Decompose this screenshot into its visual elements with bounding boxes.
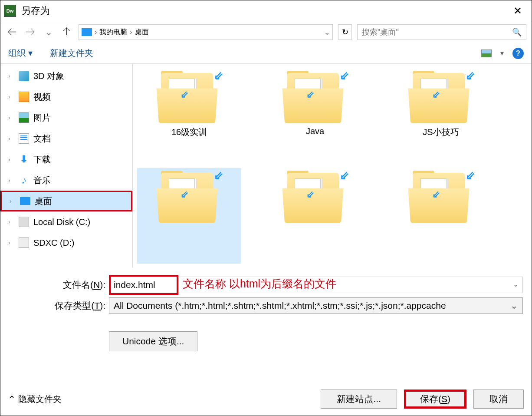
annotation-text: 文件名称 以html为后缀名的文件 [183,277,336,291]
folder-icon: ⇙⇙ [282,71,348,123]
chevron-right-icon: › [8,218,14,225]
chevron-right-icon: › [8,73,14,79]
file-label: 16级实训 [171,126,207,138]
sidebar-item[interactable]: ›视频 [0,86,132,107]
chevron-down-icon: ⌄ [510,300,518,311]
organize-button[interactable]: 组织 ▾ [8,47,33,59]
folder-icon: ⇙⇙ [282,171,348,223]
search-icon[interactable]: 🔍 [512,27,522,37]
sidebar-item[interactable]: ›♪音乐 [0,170,132,191]
close-button[interactable]: ✕ [507,2,528,20]
sidebar-item-label: SDXC (D:) [33,238,74,248]
refresh-button[interactable]: ↻ [338,24,352,40]
file-item[interactable]: ⇙⇙Java [263,68,367,164]
sidebar-item-label: 3D 对象 [33,70,64,82]
file-item[interactable]: ⇙⇙JS小技巧 [389,68,493,164]
icon-video [19,92,29,102]
new-site-button[interactable]: 新建站点... [321,390,397,409]
view-mode-button[interactable] [481,50,492,57]
sidebar-item-label: 音乐 [33,175,51,186]
save-button[interactable]: 保存(S) [404,390,466,409]
help-button[interactable]: ? [512,48,524,59]
search-input[interactable] [362,28,512,37]
sidebar[interactable]: ›3D 对象›视频›图片›文档›⬇下载›♪音乐›桌面›Local Disk (C… [0,64,133,268]
forward-button: 🡢 [24,26,37,39]
file-item[interactable]: ⇙⇙ [137,168,241,264]
folder-icon: ⇙⇙ [157,171,222,223]
cancel-button[interactable]: 取消 [473,390,524,409]
sidebar-item[interactable]: ›文档 [0,128,132,149]
icon-music: ♪ [19,175,29,185]
desktop-icon [82,28,92,36]
filetype-dropdown[interactable]: All Documents (*.htm;*.html;*.shtm;*.sht… [109,297,523,314]
view-dropdown[interactable]: ▾ [500,49,504,57]
icon-download: ⬇ [19,154,29,165]
file-label: Java [306,126,324,136]
chevron-right-icon: › [95,28,97,36]
folder-icon: ⇙⇙ [408,71,473,123]
sidebar-item-label: 文档 [33,133,51,145]
chevron-right-icon: › [8,93,14,100]
folder-icon: ⇙⇙ [157,71,222,123]
dialog-title: 另存为 [21,4,507,17]
save-as-dialog: Dw 另存为 ✕ 🡠 🡢 ⌄ 🡡 › 我的电脑 › 桌面 ⌄ ↻ 🔍 组织 ▾ … [0,0,532,416]
sidebar-item-label: 视频 [33,91,51,103]
sidebar-item-label: Local Disk (C:) [33,217,90,227]
chevron-right-icon: › [10,198,16,205]
sidebar-item[interactable]: ›3D 对象 [0,66,132,86]
new-folder-button[interactable]: 新建文件夹 [50,47,93,59]
file-item[interactable]: ⇙⇙ [389,168,493,264]
sidebar-item[interactable]: ›SDXC (D:) [0,232,132,253]
titlebar: Dw 另存为 ✕ [0,0,532,21]
breadcrumb-current[interactable]: 桌面 [135,28,149,37]
file-item[interactable]: ⇙⇙ [263,168,367,264]
hide-folders-toggle[interactable]: ⌃ 隐藏文件夹 [8,393,62,405]
sidebar-item[interactable]: ›图片 [0,107,132,128]
folder-icon: ⇙⇙ [408,171,473,223]
file-item[interactable]: ⇙⇙16级实训 [137,68,241,164]
icon-disk [19,217,29,227]
icon-picture [19,112,29,123]
filetype-label: 保存类型(T): [0,300,109,312]
navbar: 🡠 🡢 ⌄ 🡡 › 我的电脑 › 桌面 ⌄ ↻ 🔍 [0,21,532,43]
sidebar-item[interactable]: ›桌面 [0,191,132,211]
sidebar-item-label: 桌面 [35,195,52,207]
icon-doc [19,133,29,144]
breadcrumb[interactable]: › 我的电脑 › 桌面 ⌄ [79,24,333,40]
icon-3d [19,71,29,81]
app-icon: Dw [4,5,16,17]
back-button[interactable]: 🡠 [6,26,19,39]
icon-desktop [20,197,30,205]
form-area: 文件名(N): 文件名称 以html为后缀名的文件 ⌄ 保存类型(T): All… [0,268,532,351]
filename-label: 文件名(N): [0,279,109,291]
unicode-options-button[interactable]: Unicode 选项... [109,331,197,351]
sidebar-item[interactable]: ›Local Disk (C:) [0,211,132,232]
chevron-right-icon: › [8,156,14,163]
chevron-right-icon: › [8,135,14,142]
chevron-right-icon: › [8,114,14,121]
footer: ⌃ 隐藏文件夹 新建站点... 保存(S) 取消 [0,389,532,409]
recent-dropdown[interactable]: ⌄ [42,26,55,39]
search-box[interactable]: 🔍 [357,24,526,40]
chevron-right-icon: › [8,239,14,246]
sidebar-item-label: 下载 [33,154,51,165]
file-label: JS小技巧 [423,126,459,138]
chevron-down-icon[interactable]: ⌄ [513,280,519,288]
main-area: ›3D 对象›视频›图片›文档›⬇下载›♪音乐›桌面›Local Disk (C… [0,64,532,268]
toolbar: 组织 ▾ 新建文件夹 ▾ ? [0,43,532,64]
sidebar-item[interactable]: ›⬇下载 [0,149,132,170]
file-list[interactable]: ⇙⇙16级实训⇙⇙Java⇙⇙JS小技巧⇙⇙⇙⇙⇙⇙ [133,64,532,268]
chevron-right-icon: › [8,177,14,184]
up-button[interactable]: 🡡 [60,26,73,39]
chevron-right-icon: › [130,28,132,36]
breadcrumb-dropdown[interactable]: ⌄ [324,28,330,36]
sidebar-item-label: 图片 [33,112,51,124]
icon-sd [19,238,29,248]
breadcrumb-root[interactable]: 我的电脑 [99,28,127,37]
chevron-up-icon: ⌃ [8,394,16,404]
